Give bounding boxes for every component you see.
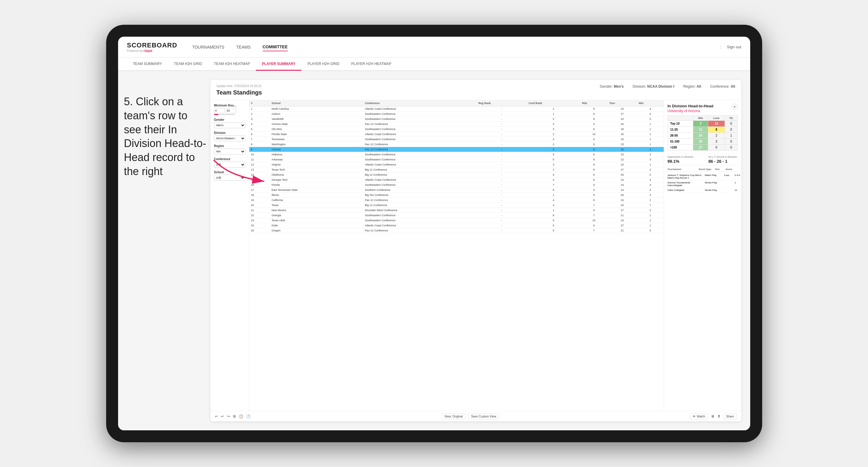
- table-row[interactable]: 14 Oklahoma Big 12 Conference - 9 9 26 2: [249, 173, 664, 178]
- cell-reg-rank: -: [476, 218, 527, 223]
- table-row[interactable]: 19 California Pac-12 Conference - 4 8 24…: [249, 198, 664, 203]
- table-row[interactable]: 13 Texas Tech Big 12 Conference - 1 9 27…: [249, 167, 664, 173]
- nav-teams[interactable]: TEAMS: [236, 43, 250, 51]
- undo-icon[interactable]: ↩: [215, 414, 218, 418]
- subnav-player-h2h-heatmap[interactable]: PLAYER H2H HEATMAP: [345, 58, 397, 71]
- min-rounds-min-input[interactable]: [214, 108, 224, 113]
- table-row[interactable]: 4 Arizona State Pac-12 Conference - 3 4 …: [249, 122, 664, 127]
- copy-icon[interactable]: ⊞: [233, 414, 236, 418]
- min-rounds-max-input[interactable]: [226, 108, 236, 113]
- watch-label: Watch: [697, 415, 705, 418]
- table-row[interactable]: 16 Florida Southeastern Conference - 7 9…: [249, 183, 664, 188]
- tournament-row: Cabo Collegiate Stroke Play 11: [668, 188, 738, 193]
- subnav-team-h2h-heatmap[interactable]: TEAM H2H HEATMAP: [208, 58, 256, 71]
- sign-out-button[interactable]: Sign out: [721, 45, 741, 49]
- col-win: Win: [637, 100, 664, 106]
- table-row[interactable]: 15 Georgia Tech Atlantic Coast Conferenc…: [249, 178, 664, 183]
- cell-reg-rank: -: [476, 178, 527, 183]
- table-row[interactable]: 10 Alabama Southeastern Conference - 5 8…: [249, 152, 664, 157]
- subnav-player-h2h-grid[interactable]: PLAYER H2H GRID: [302, 58, 345, 71]
- cell-school: East Tennessee State: [270, 188, 363, 193]
- table-row[interactable]: 17 East Tennessee State Southern Confere…: [249, 188, 664, 193]
- h2h-close-button[interactable]: ✕: [732, 104, 738, 110]
- cell-reg-rank: -: [476, 142, 527, 147]
- table-row[interactable]: 8 Washington Pac-12 Conference - 2 8 23 …: [249, 142, 664, 147]
- table-row[interactable]: 9 Arizona Pac-12 Conference - 5 8 20 3: [249, 147, 664, 152]
- subnav-player-summary[interactable]: PLAYER SUMMARY: [256, 58, 301, 71]
- share-button[interactable]: Share: [723, 414, 737, 419]
- table-row[interactable]: 12 Virginia Atlantic Coast Conference - …: [249, 162, 664, 167]
- table-row[interactable]: 7 Tennessee Southeastern Conference - 4 …: [249, 137, 664, 142]
- clock-icon[interactable]: 🕐: [246, 414, 251, 418]
- cell-school: Washington: [270, 142, 363, 147]
- division-filter-select[interactable]: NCAA Division I: [214, 135, 245, 142]
- cell-rds: 9: [580, 183, 608, 188]
- nav-tournaments[interactable]: TOURNAMENTS: [192, 43, 224, 51]
- cell-rank: 16: [249, 183, 270, 188]
- cell-rds: 8: [580, 152, 608, 157]
- cell-rank: 7: [249, 137, 270, 142]
- h2h-cell-loss: 8: [708, 127, 725, 133]
- table-row[interactable]: 23 Texas A&M Southeastern Conference - 9…: [249, 218, 664, 223]
- table-row[interactable]: 3 Vanderbilt Southeastern Conference - 2…: [249, 117, 664, 122]
- cell-conference: Atlantic Coast Conference: [363, 223, 477, 228]
- table-row[interactable]: 11 Arkansas Southeastern Conference - 6 …: [249, 157, 664, 162]
- cell-rds: 9: [580, 223, 608, 228]
- col-conf-rank: Conf Rank: [527, 100, 580, 106]
- cell-reg-rank: -: [476, 223, 527, 228]
- undo2-icon[interactable]: ↩: [221, 414, 224, 418]
- school-filter-select[interactable]: (All): [214, 175, 245, 181]
- subnav-team-h2h-grid[interactable]: TEAM H2H GRID: [168, 58, 208, 71]
- cell-tour: 23: [608, 142, 637, 147]
- region-label: Region:: [683, 84, 695, 89]
- cell-conference: Southeastern Conference: [363, 152, 477, 157]
- cell-conf-rank: 5: [527, 228, 580, 233]
- cell-school: North Carolina: [270, 106, 363, 112]
- cell-rank: 23: [249, 218, 270, 223]
- region-filter-select[interactable]: N/A: [214, 149, 245, 154]
- tourn-result: [724, 189, 733, 191]
- device-screen: SCOREBOARD Powered by clippd TOURNAMENTS…: [118, 37, 750, 430]
- cell-win: 2: [637, 198, 664, 203]
- nav-committee[interactable]: COMMITTEE: [263, 43, 288, 51]
- h2h-cell-label: 26-50: [668, 133, 693, 139]
- h2h-cell-loss: 3: [708, 139, 725, 145]
- conference-filter-select[interactable]: (All): [214, 162, 245, 167]
- table-row[interactable]: 24 Duke Atlantic Coast Conference - 5 9 …: [249, 223, 664, 228]
- cell-conference: Pac-12 Conference: [363, 122, 477, 127]
- table-row[interactable]: 1 North Carolina Atlantic Coast Conferen…: [249, 106, 664, 112]
- logo-brand: clippd: [144, 49, 152, 53]
- cell-tour: 26: [608, 122, 637, 127]
- update-time: Update time: 27/03/2024 15:56:26: [216, 84, 262, 88]
- save-custom-button[interactable]: Save Custom View: [468, 414, 499, 419]
- cell-conference: Southeastern Conference: [363, 213, 477, 218]
- table-row[interactable]: 2 Auburn Southeastern Conference - 1 9 2…: [249, 112, 664, 117]
- table-row[interactable]: 5 Ole Miss Southeastern Conference - 3 6…: [249, 127, 664, 132]
- h2h-cell-loss: 2: [708, 133, 725, 139]
- table-row[interactable]: 18 Illinois Big Ten Conference - 1 9 26 …: [249, 193, 664, 198]
- cell-tour: 20: [608, 203, 637, 208]
- subnav-team-summary[interactable]: TEAM SUMMARY: [127, 58, 168, 71]
- paste-icon[interactable]: 📋: [239, 414, 243, 418]
- table-row[interactable]: 6 Florida State Atlantic Coast Conferenc…: [249, 132, 664, 137]
- gender-filter-select[interactable]: Men's: [214, 122, 245, 128]
- view-original-button[interactable]: View: Original: [442, 414, 465, 419]
- cell-conference: Pac-12 Conference: [363, 147, 477, 152]
- redo-icon[interactable]: ↪: [227, 414, 230, 418]
- gender-label: Gender:: [600, 84, 613, 89]
- share-icon[interactable]: ⬆: [717, 414, 720, 418]
- watch-button[interactable]: 👁 Watch: [690, 414, 708, 419]
- cell-tour: 21: [608, 228, 637, 233]
- table-row[interactable]: 25 Oregon Pac-12 Conference - 5 7 21 0: [249, 228, 664, 233]
- table-row[interactable]: 21 New Mexico Mountain West Conference -…: [249, 208, 664, 213]
- cell-win: 4: [637, 178, 664, 183]
- monitor-icon[interactable]: 🖥: [711, 414, 714, 418]
- cell-rank: 3: [249, 117, 270, 122]
- h2h-cell-win: 27: [693, 145, 708, 151]
- cell-rds: 8: [580, 147, 608, 152]
- table-row[interactable]: 22 Georgia Southeastern Conference - 8 7…: [249, 213, 664, 218]
- table-row[interactable]: 20 Texas Big 12 Conference - 3 7 20 7: [249, 203, 664, 208]
- cell-conf-rank: 3: [527, 122, 580, 127]
- region-filter-label: Region: [214, 144, 245, 148]
- filter-slider[interactable]: [214, 114, 235, 115]
